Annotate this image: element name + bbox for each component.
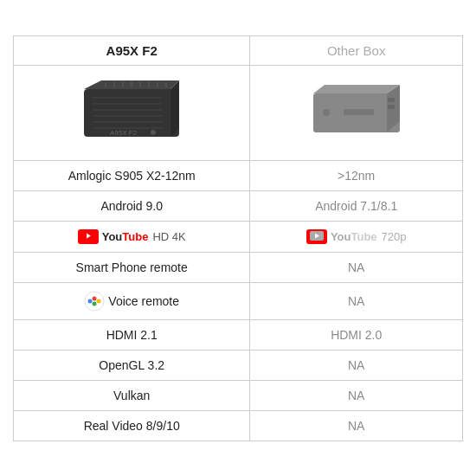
row-smartphone: Smart Phone remote NA	[14, 252, 463, 282]
other-voice: NA	[250, 282, 463, 319]
other-smartphone: NA	[250, 252, 463, 282]
svg-point-33	[97, 299, 101, 303]
other-realvideo: NA	[250, 410, 463, 441]
other-opengl: NA	[250, 350, 463, 380]
svg-point-17	[151, 130, 156, 135]
row-youtube: YouTube HD 4K YouTube 720p	[14, 221, 463, 252]
other-chip: >12nm	[250, 160, 463, 190]
col2-header: Other Box	[250, 35, 463, 65]
row-opengl: OpenGL 3.2 NA	[14, 350, 463, 380]
other-box-image-cell	[250, 65, 463, 160]
svg-point-31	[88, 299, 93, 303]
youtube-text-gray: YouTube	[331, 230, 377, 243]
a95x-realvideo: Real Video 8/9/10	[14, 410, 250, 441]
svg-marker-2	[170, 80, 179, 137]
a95x-box-svg: A95X F2	[75, 76, 188, 145]
row-realvideo: Real Video 8/9/10 NA	[14, 410, 463, 441]
row-hdmi: HDMI 2.1 HDMI 2.0	[14, 319, 463, 350]
svg-point-30	[85, 292, 104, 311]
a95x-smartphone: Smart Phone remote	[14, 252, 250, 282]
svg-marker-20	[313, 85, 400, 93]
youtube-hd4k-logo: YouTube HD 4K	[78, 229, 186, 244]
other-box-svg	[300, 76, 413, 145]
voice-remote-label: Voice remote	[108, 294, 179, 308]
a95x-voice: Voice remote	[14, 282, 250, 319]
other-hdmi: HDMI 2.0	[250, 319, 463, 350]
row-android: Android 9.0 Android 7.1/8.1	[14, 190, 463, 221]
youtube-hd4k-label: HD 4K	[152, 230, 185, 243]
a95x-hdmi: HDMI 2.1	[14, 319, 250, 350]
a95x-youtube: YouTube HD 4K	[14, 221, 250, 252]
svg-text:A95X F2: A95X F2	[110, 129, 138, 137]
youtube-720p-logo: YouTube 720p	[306, 229, 407, 244]
a95x-android: Android 9.0	[14, 190, 250, 221]
google-assistant-icon	[84, 291, 105, 312]
youtube-icon-gray	[306, 229, 327, 244]
row-vulkan: Vulkan NA	[14, 380, 463, 410]
other-youtube: YouTube 720p	[250, 221, 463, 252]
row-voice: Voice remote NA	[14, 282, 463, 319]
other-vulkan: NA	[250, 380, 463, 410]
image-row: A95X F2	[14, 65, 463, 160]
a95x-opengl: OpenGL 3.2	[14, 350, 250, 380]
col1-header: A95X F2	[14, 35, 250, 65]
svg-point-34	[93, 301, 97, 306]
youtube-icon-red	[78, 229, 99, 244]
svg-rect-23	[344, 109, 374, 115]
a95x-vulkan: Vulkan	[14, 380, 250, 410]
a95x-chip: Amlogic S905 X2-12nm	[14, 160, 250, 190]
other-android: Android 7.1/8.1	[250, 190, 463, 221]
svg-point-32	[93, 296, 97, 300]
a95x-image-cell: A95X F2	[14, 65, 250, 160]
svg-rect-24	[388, 98, 395, 102]
comparison-table: A95X F2 Other Box	[13, 35, 463, 441]
youtube-720p-label: 720p	[382, 230, 407, 243]
header-row: A95X F2 Other Box	[14, 35, 463, 65]
youtube-text: YouTube	[102, 230, 149, 243]
svg-point-22	[323, 109, 330, 116]
row-chip: Amlogic S905 X2-12nm >12nm	[14, 160, 463, 190]
voice-cell: Voice remote	[23, 291, 241, 312]
svg-rect-25	[388, 105, 395, 109]
